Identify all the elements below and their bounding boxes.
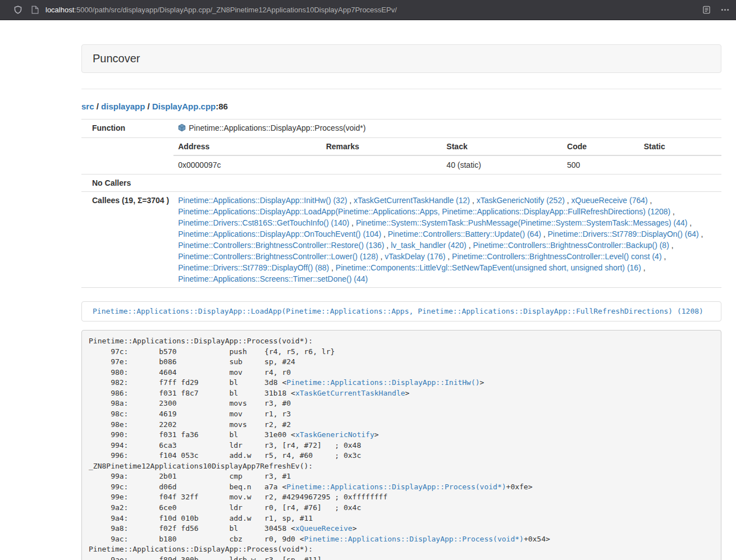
callee-link[interactable]: xTaskGetCurrentTaskHandle (12) (354, 196, 470, 205)
details-value: 500 (563, 155, 639, 174)
details-value (639, 155, 721, 174)
callee-link[interactable]: lv_task_handler (420) (391, 241, 467, 250)
callee-link[interactable]: xTaskGenericNotify (252) (477, 196, 565, 205)
details-row: AddressRemarksStackCodeStatic 0x0000097c… (81, 138, 721, 175)
details-value: 40 (static) (442, 155, 563, 174)
app-title: Puncover (93, 52, 140, 65)
disassembly-code-block: Pinetime::Applications::DisplayApp::Proc… (81, 330, 721, 560)
callee-link[interactable]: Pinetime::Controllers::BrightnessControl… (452, 252, 661, 261)
breadcrumb-separator: / (145, 102, 152, 111)
function-label: Function (81, 120, 173, 138)
details-column-header: Stack (442, 138, 563, 155)
details-value (322, 155, 442, 174)
callee-link[interactable]: Pinetime::System::SystemTask::PushMessag… (356, 218, 688, 227)
callees-label: Callees (19, Σ=3704 ) (81, 192, 173, 288)
divider (81, 89, 721, 89)
callers-empty-cell (173, 175, 721, 192)
disassembly-symbol-link[interactable]: xTaskGenericNotify (295, 430, 374, 439)
kebab-menu-icon[interactable] (721, 6, 729, 14)
callee-link[interactable]: Pinetime::Controllers::BrightnessControl… (178, 252, 378, 261)
function-details-table: AddressRemarksStackCodeStatic 0x0000097c… (173, 138, 721, 174)
disassembly-symbol-link[interactable]: xTaskGetCurrentTaskHandle (295, 389, 405, 397)
callee-link[interactable]: Pinetime::Controllers::Battery::Update()… (388, 229, 541, 238)
details-row-spacer (81, 138, 173, 175)
callee-link[interactable]: Pinetime::Applications::DisplayApp::Load… (178, 207, 670, 216)
browser-toolbar: localhost:5000/path/src/displayapp/Displ… (0, 0, 736, 20)
app-header-panel: Puncover (81, 44, 721, 73)
reader-mode-icon[interactable] (702, 6, 711, 14)
details-header-row: AddressRemarksStackCodeStatic (173, 138, 721, 155)
callee-link[interactable]: Pinetime::Drivers::St7789::DisplayOn() (… (548, 229, 699, 238)
page-icon[interactable] (31, 6, 39, 14)
callee-link[interactable]: Pinetime::Applications::DisplayApp::OnTo… (178, 229, 381, 238)
breadcrumb: src / displayapp / DisplayApp.cpp:86 (81, 101, 721, 112)
disassembly-symbol-link[interactable]: Pinetime::Applications::DisplayApp::Proc… (304, 535, 524, 543)
breadcrumb-link[interactable]: displayapp (101, 102, 145, 111)
callers-row: No Callers (81, 175, 721, 192)
url-host: localhost (45, 6, 74, 14)
breadcrumb-link[interactable]: DisplayApp.cpp (152, 102, 216, 111)
details-column-header: Static (639, 138, 721, 155)
callers-label: No Callers (81, 175, 173, 192)
callee-link[interactable]: vTaskDelay (176) (385, 252, 445, 261)
symbol-table: Function Pinetime::Applications::Display… (81, 119, 721, 288)
callee-link[interactable]: Pinetime::Controllers::BrightnessControl… (178, 241, 384, 250)
breadcrumb-link[interactable]: src (81, 102, 94, 111)
callee-link[interactable]: xQueueReceive (764) (572, 196, 648, 205)
url-path: :5000/path/src/displayapp/DisplayApp.cpp… (74, 6, 397, 14)
disassembly-symbol-link[interactable]: Pinetime::Applications::DisplayApp::Init… (286, 378, 479, 387)
details-value-row: 0x0000097c40 (static)500 (173, 155, 721, 174)
callee-link[interactable]: Pinetime::Applications::Screens::Timer::… (178, 274, 368, 283)
callee-link[interactable]: Pinetime::Drivers::St7789::DisplayOff() … (178, 263, 329, 272)
shield-icon[interactable] (13, 5, 22, 15)
callee-link[interactable]: Pinetime::Components::LittleVgl::SetNewT… (336, 263, 641, 272)
function-cube-icon (178, 123, 186, 135)
breadcrumb-separator: / (94, 102, 102, 111)
callees-row: Callees (19, Σ=3704 ) Pinetime::Applicat… (81, 192, 721, 288)
details-column-header: Code (563, 138, 639, 155)
function-name: Pinetime::Applications::DisplayApp::Proc… (189, 123, 365, 132)
disassembly-symbol-link[interactable]: xQueueReceive (295, 524, 353, 533)
highlighted-callee-link[interactable]: Pinetime::Applications::DisplayApp::Load… (81, 301, 721, 322)
details-value: 0x0000097c (173, 155, 321, 174)
breadcrumb-line-number: :86 (216, 102, 228, 111)
callee-link[interactable]: Pinetime::Drivers::Cst816S::GetTouchInfo… (178, 218, 349, 227)
function-row: Function Pinetime::Applications::Display… (81, 120, 721, 138)
disassembly-symbol-link[interactable]: Pinetime::Applications::DisplayApp::Proc… (286, 483, 506, 491)
callee-link[interactable]: Pinetime::Controllers::BrightnessControl… (473, 241, 669, 250)
callees-list: Pinetime::Applications::DisplayApp::Init… (173, 192, 721, 288)
details-column-header: Remarks (322, 138, 442, 155)
url-bar[interactable]: localhost:5000/path/src/displayapp/Displ… (45, 6, 696, 14)
details-column-header: Address (173, 138, 321, 155)
puncover-page: Puncover src / displayapp / DisplayApp.c… (81, 20, 721, 560)
callee-link[interactable]: Pinetime::Applications::DisplayApp::Init… (178, 196, 347, 205)
